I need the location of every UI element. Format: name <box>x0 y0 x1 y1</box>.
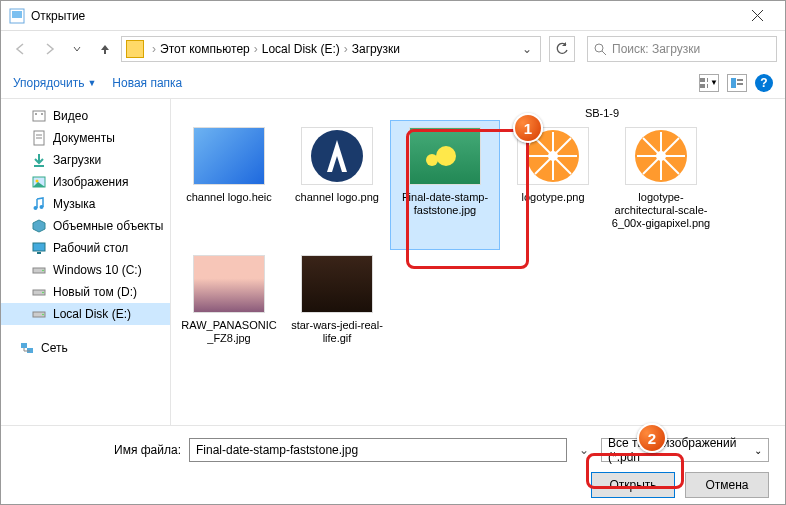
svg-rect-25 <box>37 252 41 254</box>
recent-dropdown[interactable] <box>65 37 89 61</box>
drive-icon <box>31 306 47 322</box>
annotation-callout-1: 1 <box>513 113 543 143</box>
sidebar-item-label: Изображения <box>53 175 128 189</box>
svg-point-48 <box>656 151 666 161</box>
sidebar-item-объемные-объекты[interactable]: Объемные объекты <box>1 215 170 237</box>
svg-line-5 <box>602 51 606 55</box>
sidebar-item-музыка[interactable]: Музыка <box>1 193 170 215</box>
sidebar-item-network[interactable]: Сеть <box>1 337 170 359</box>
svg-rect-1 <box>12 11 22 18</box>
file-item[interactable]: RAW_PANASONIC_FZ8.jpg <box>175 249 283 377</box>
svg-rect-9 <box>707 84 708 88</box>
svg-rect-13 <box>33 111 45 121</box>
titlebar: Открытие <box>1 1 785 31</box>
sidebar: ВидеоДокументыЗагрузкиИзображенияМузыкаО… <box>1 99 171 425</box>
drive-icon <box>31 284 47 300</box>
svg-point-27 <box>42 270 44 272</box>
search-icon <box>594 43 607 56</box>
video-icon <box>31 108 47 124</box>
svg-rect-24 <box>33 243 45 251</box>
truncated-item-label: SB-1-9 <box>175 107 781 121</box>
sidebar-item-label: Windows 10 (C:) <box>53 263 142 277</box>
forward-button[interactable] <box>37 37 61 61</box>
sidebar-item-label: Документы <box>53 131 115 145</box>
sidebar-item-label: Видео <box>53 109 88 123</box>
svg-point-23 <box>40 205 44 209</box>
file-name-label: channel logo.heic <box>186 191 272 204</box>
file-item[interactable]: logotype-architectural-scale-6_00x-gigap… <box>607 121 715 249</box>
file-name-label: logotype-architectural-scale-6_00x-gigap… <box>611 191 711 230</box>
close-button[interactable] <box>737 1 777 31</box>
sidebar-item-label: Объемные объекты <box>53 219 163 233</box>
sidebar-item-label: Музыка <box>53 197 95 211</box>
sidebar-item-новый-том-d-[interactable]: Новый том (D:) <box>1 281 170 303</box>
file-item[interactable]: channel logo.heic <box>175 121 283 249</box>
sidebar-item-изображения[interactable]: Изображения <box>1 171 170 193</box>
svg-rect-6 <box>700 78 705 82</box>
nav-bar: › Этот компьютер › Local Disk (E:) › Заг… <box>1 31 785 67</box>
sidebar-item-label: Новый том (D:) <box>53 285 137 299</box>
file-thumbnail <box>625 127 697 185</box>
back-button[interactable] <box>9 37 33 61</box>
view-thumbnails-button[interactable]: ▼ <box>699 74 719 92</box>
filename-history-dropdown[interactable]: ⌄ <box>575 443 593 457</box>
network-icon <box>19 340 35 356</box>
file-item[interactable]: Final-date-stamp-faststone.jpg <box>391 121 499 249</box>
address-bar[interactable]: › Этот компьютер › Local Disk (E:) › Заг… <box>121 36 541 62</box>
file-name-label: star-wars-jedi-real-life.gif <box>287 319 387 345</box>
downloads-icon <box>31 152 47 168</box>
filetype-filter[interactable]: Все типы изображений (*.pdn ⌄ <box>601 438 769 462</box>
file-item[interactable]: channel logo.png <box>283 121 391 249</box>
file-item[interactable]: logotype.png <box>499 121 607 249</box>
filename-input[interactable] <box>189 438 567 462</box>
svg-rect-8 <box>700 84 705 88</box>
sidebar-item-загрузки[interactable]: Загрузки <box>1 149 170 171</box>
svg-rect-11 <box>737 79 743 81</box>
file-name-label: channel logo.png <box>295 191 379 204</box>
svg-point-31 <box>42 314 44 316</box>
sidebar-item-local-disk-e-[interactable]: Local Disk (E:) <box>1 303 170 325</box>
3d-icon <box>31 218 47 234</box>
sidebar-item-windows-10-c-[interactable]: Windows 10 (C:) <box>1 259 170 281</box>
file-thumbnail <box>301 127 373 185</box>
toolbar: Упорядочить ▼ Новая папка ▼ ? <box>1 67 785 99</box>
svg-point-4 <box>595 44 603 52</box>
svg-point-42 <box>548 151 558 161</box>
file-item[interactable]: star-wars-jedi-real-life.gif <box>283 249 391 377</box>
svg-point-15 <box>41 113 43 115</box>
svg-point-22 <box>34 206 38 210</box>
breadcrumb-drive[interactable]: Local Disk (E:) <box>262 42 340 56</box>
svg-rect-12 <box>737 83 743 85</box>
sidebar-item-label: Рабочий стол <box>53 241 128 255</box>
footer: Имя файла: ⌄ Все типы изображений (*.pdn… <box>1 425 785 505</box>
refresh-button[interactable] <box>549 36 575 62</box>
sidebar-item-документы[interactable]: Документы <box>1 127 170 149</box>
open-button[interactable]: Открыть <box>591 472 675 498</box>
breadcrumb-folder[interactable]: Загрузки <box>352 42 400 56</box>
docs-icon <box>31 130 47 146</box>
svg-point-29 <box>42 292 44 294</box>
cancel-button[interactable]: Отмена <box>685 472 769 498</box>
sidebar-item-рабочий-стол[interactable]: Рабочий стол <box>1 237 170 259</box>
search-placeholder: Поиск: Загрузки <box>612 42 700 56</box>
file-thumbnail <box>193 127 265 185</box>
new-folder-button[interactable]: Новая папка <box>112 76 182 90</box>
sidebar-item-label: Local Disk (E:) <box>53 307 131 321</box>
organize-menu[interactable]: Упорядочить ▼ <box>13 76 96 90</box>
music-icon <box>31 196 47 212</box>
desktop-icon <box>31 240 47 256</box>
breadcrumb-root[interactable]: Этот компьютер <box>160 42 250 56</box>
drive-icon <box>31 262 47 278</box>
help-button[interactable]: ? <box>755 74 773 92</box>
sidebar-item-label: Сеть <box>41 341 68 355</box>
file-name-label: RAW_PANASONIC_FZ8.jpg <box>179 319 279 345</box>
view-details-button[interactable] <box>727 74 747 92</box>
file-grid: SB-1-9 channel logo.heicchannel logo.png… <box>171 99 785 425</box>
app-icon <box>9 8 25 24</box>
search-input[interactable]: Поиск: Загрузки <box>587 36 777 62</box>
sidebar-item-видео[interactable]: Видео <box>1 105 170 127</box>
annotation-callout-2: 2 <box>637 423 667 453</box>
up-button[interactable] <box>93 37 117 61</box>
chevron-down-icon[interactable]: ⌄ <box>518 42 536 56</box>
svg-rect-10 <box>731 78 736 88</box>
